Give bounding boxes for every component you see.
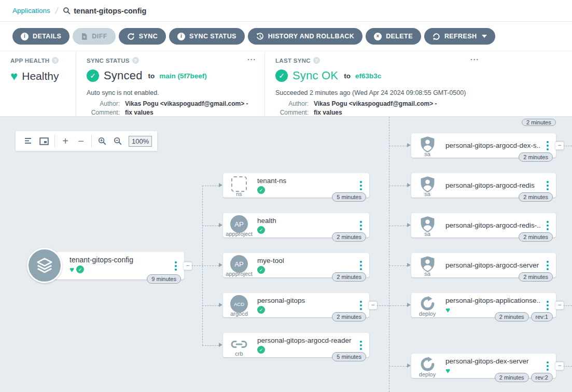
top-navbar: Applications / tenant-gitops-config <box>0 0 572 22</box>
node-menu-button[interactable] <box>545 139 551 152</box>
sync-target-link[interactable]: main (5f7beef) <box>159 72 207 80</box>
edge-arrowhead <box>219 183 222 187</box>
root-application-node[interactable]: tenant-gitops-config ♥ ✓ − 9 minutes <box>39 252 184 279</box>
edge-arrowhead <box>407 143 411 147</box>
edge-line <box>389 265 407 266</box>
node-menu-button[interactable] <box>358 339 364 352</box>
resource-node-personal-gitops-applicationse[interactable]: deploypersonal-gitops-applicationse...♥−… <box>411 293 556 317</box>
collapse-node-button[interactable]: − <box>555 142 564 149</box>
sync-status-panel: SYNC STATUS ? ··· ✓ Synced to main (5f7b… <box>76 51 264 116</box>
edge-line <box>202 186 219 186</box>
collapse-node-button[interactable]: − <box>555 301 564 309</box>
magnifier-minus-icon[interactable] <box>110 135 125 147</box>
node-kind-label: ns <box>223 191 255 197</box>
node-name: tenant-ns <box>257 177 354 185</box>
resource-node-health[interactable]: APappprojecthealth✓2 minutes <box>223 213 369 237</box>
sync-status-button[interactable]: i SYNC STATUS <box>169 28 245 45</box>
magnifier-plus-icon[interactable] <box>94 135 110 147</box>
synced-check-icon: ✓ <box>257 346 265 354</box>
resource-node-mye-tool[interactable]: APappprojectmye-tool✓2 minutes <box>223 253 369 277</box>
fit-to-screen-icon[interactable] <box>36 135 52 147</box>
node-menu-button[interactable] <box>358 219 364 232</box>
collapse-node-button[interactable]: − <box>369 301 377 309</box>
synced-check-icon: ✓ <box>257 226 265 234</box>
last-sync-title: LAST SYNC ? <box>275 57 479 64</box>
node-menu-button[interactable] <box>545 359 551 373</box>
resource-node-personal-gitops[interactable]: ACDargocdpersonal-gitops✓−2 minutes <box>223 293 369 317</box>
help-icon[interactable]: ? <box>52 57 59 64</box>
age-badge: 2 minutes <box>332 272 366 282</box>
edge-line <box>389 146 407 146</box>
node-menu-button[interactable] <box>545 219 551 232</box>
node-menu-button[interactable] <box>358 299 364 312</box>
last-sync-title-text: LAST SYNC <box>275 58 311 64</box>
diff-button[interactable]: DIFF <box>73 28 115 45</box>
diff-icon <box>81 33 88 40</box>
node-menu-button[interactable] <box>358 179 364 192</box>
sync-status-value: Synced <box>104 69 143 82</box>
auto-sync-note: Auto sync is not enabled. <box>87 89 256 96</box>
node-menu-button[interactable] <box>545 179 551 192</box>
relayout-icon[interactable] <box>21 135 36 147</box>
node-name: health <box>257 217 354 225</box>
help-icon[interactable]: ? <box>313 57 320 64</box>
panel-menu-button[interactable]: ··· <box>247 55 256 64</box>
sync-button[interactable]: SYNC <box>119 28 166 45</box>
collapse-node-button[interactable]: − <box>555 362 564 370</box>
panel-menu-button[interactable]: ··· <box>470 55 479 64</box>
to-label: to <box>344 72 351 80</box>
comment-label: Comment: <box>275 109 309 116</box>
resource-node-personal-gitops-dex-server[interactable]: deploypersonal-gitops-dex-server♥−2 minu… <box>411 354 556 378</box>
node-badges: 2 minutes <box>332 312 366 321</box>
resource-node-personal-gitops-argocd-redis[interactable]: sapersonal-gitops-argocd-redis2 minutes <box>411 173 556 198</box>
appproject-icon: AP <box>223 254 255 272</box>
node-badges: 2 minutes <box>332 272 366 282</box>
node-kind-label: appproject <box>223 231 255 237</box>
edge-arrowhead <box>407 223 411 227</box>
to-label: to <box>148 72 155 80</box>
node-kind-label: deploy <box>411 371 443 377</box>
node-badges: 2 minutes <box>519 192 553 202</box>
resource-node-personal-gitops-argocd-reader[interactable]: crbpersonal-gitops-argocd-reader✓5 minut… <box>223 333 369 357</box>
zoom-level-display[interactable]: 100% <box>129 136 152 147</box>
node-badges: 2 minutes <box>519 272 553 282</box>
edge-line <box>563 305 572 306</box>
toolbar-divider <box>54 135 55 147</box>
healthy-heart-icon: ♥ <box>69 265 74 273</box>
zoom-in-button[interactable]: + <box>58 135 73 147</box>
age-badge: 2 minutes <box>495 312 529 321</box>
breadcrumb-applications-link[interactable]: Applications <box>12 7 50 15</box>
root-node-name: tenant-gitops-config <box>69 256 169 264</box>
comment-value: fix values <box>125 109 256 116</box>
node-name: personal-gitops-argocd-reader <box>257 337 354 344</box>
edge-line <box>389 186 407 186</box>
collapse-node-button[interactable]: − <box>184 262 192 270</box>
diff-button-label: DIFF <box>92 33 107 40</box>
refresh-button[interactable]: REFRESH <box>424 28 496 45</box>
details-button[interactable]: i DETAILS <box>12 28 69 45</box>
sync-status-button-label: SYNC STATUS <box>189 33 236 40</box>
history-rollback-button[interactable]: HISTORY AND ROLLBACK <box>248 28 362 45</box>
resource-node-personal-gitops-argocd-redis-[interactable]: sapersonal-gitops-argocd-redis-...2 minu… <box>411 213 556 237</box>
resource-node-personal-gitops-argocd-server[interactable]: sapersonal-gitops-argocd-server2 minutes <box>411 253 556 277</box>
app-name-text: tenant-gitops-config <box>74 7 146 15</box>
delete-button[interactable]: × DELETE <box>366 28 421 45</box>
help-icon[interactable]: ? <box>132 57 139 64</box>
author-label: Author: <box>275 100 309 107</box>
refresh-button-label: REFRESH <box>444 33 477 40</box>
zoom-out-button[interactable]: − <box>73 135 89 147</box>
age-badge: 2 minutes <box>332 232 366 242</box>
resource-node-personal-gitops-argocd-dex-s[interactable]: sapersonal-gitops-argocd-dex-s...−2 minu… <box>411 133 556 158</box>
ns-icon <box>223 174 255 192</box>
node-menu-button[interactable] <box>173 259 179 273</box>
sync-icon <box>127 33 135 40</box>
resource-node-tenant-ns[interactable]: nstenant-ns✓5 minutes <box>223 173 369 198</box>
node-menu-button[interactable] <box>545 259 551 272</box>
chevron-down-icon <box>482 35 487 38</box>
node-menu-button[interactable] <box>358 259 364 272</box>
sync-button-label: SYNC <box>139 33 158 40</box>
last-sync-target-link[interactable]: ef63b3c <box>355 72 381 80</box>
node-menu-button[interactable] <box>545 299 551 312</box>
details-button-label: DETAILS <box>33 33 61 40</box>
sa-icon <box>411 174 443 192</box>
